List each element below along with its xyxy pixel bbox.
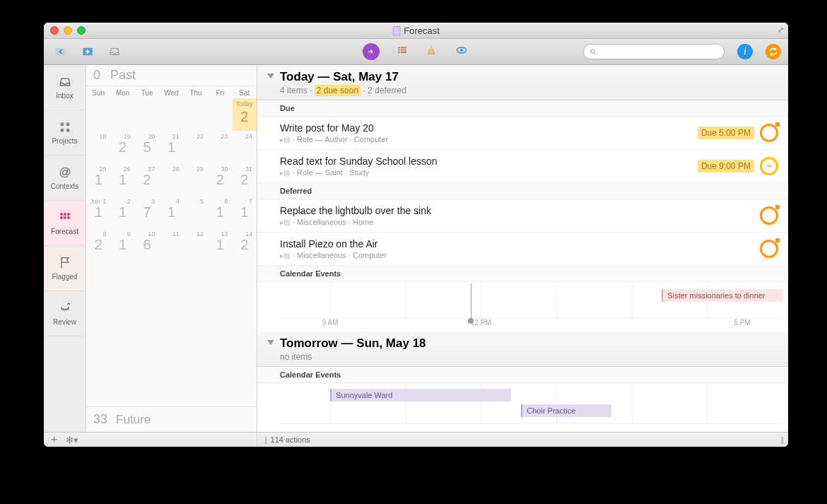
zoom-window-button[interactable]	[77, 26, 86, 35]
calendar-day[interactable]: 5	[184, 196, 208, 228]
disclosure-triangle-icon[interactable]	[267, 340, 274, 345]
action-menu-button[interactable]: ✻▾	[66, 435, 78, 445]
calendar-event[interactable]: Sister missionaries to dinner	[662, 289, 782, 302]
inspector-button[interactable]: i	[737, 44, 753, 59]
calendar-day[interactable]: 29	[184, 163, 208, 196]
completion-circle[interactable]	[760, 240, 778, 258]
calendar-day[interactable]	[135, 98, 159, 131]
search-field[interactable]	[583, 44, 725, 59]
calendar-day[interactable]: 91	[110, 228, 134, 261]
sidebar-item-forecast[interactable]: Forecast	[44, 201, 86, 246]
task-row[interactable]: Install Piezo on the Air▸▤ · Miscellaneo…	[257, 233, 788, 266]
calendar-day[interactable]: 312	[233, 163, 257, 196]
titlebar: Forecast ⤢	[44, 23, 788, 39]
calendar-day[interactable]: Today2	[233, 98, 257, 131]
deferred-subheader: Deferred	[257, 183, 788, 199]
calendar-event[interactable]: Choir Practice	[521, 404, 611, 417]
calendar-day[interactable]: 28	[159, 163, 183, 196]
calendar-day[interactable]: 61	[208, 196, 232, 228]
grip-icon[interactable]: |||	[264, 435, 266, 444]
calendar-day[interactable]: 251	[86, 163, 110, 196]
future-row[interactable]: 33 Future	[86, 406, 257, 432]
calendar-day[interactable]: 106	[135, 228, 159, 261]
task-row[interactable]: Replace the lightbulb over the sink▸▤ · …	[257, 199, 788, 233]
completion-circle[interactable]	[760, 206, 778, 225]
today-header[interactable]: Today — Sat, May 17 4 items · 2 due soon…	[257, 65, 788, 100]
calendar-day[interactable]: 22	[184, 131, 208, 163]
view-options-icon[interactable]	[453, 45, 470, 59]
close-window-button[interactable]	[50, 26, 59, 35]
past-row[interactable]: 0 Past	[86, 65, 257, 86]
main-content: Today — Sat, May 17 4 items · 2 due soon…	[257, 65, 788, 432]
today-timeline: Sister missionaries to dinner	[280, 283, 782, 319]
app-window: Forecast ⤢	[44, 23, 788, 447]
svg-rect-4	[398, 49, 400, 51]
calendar-day[interactable]	[110, 98, 134, 131]
calendar-event[interactable]: Sunnyvale Ward	[330, 389, 511, 402]
calendar-day[interactable]: 18	[86, 131, 110, 163]
quick-entry-icon[interactable]	[363, 43, 380, 60]
completion-circle[interactable]	[760, 124, 778, 142]
expand-icon[interactable]: ⤢	[778, 25, 784, 35]
calendar-day[interactable]	[159, 98, 183, 131]
list-view-icon[interactable]	[395, 45, 409, 59]
grip-icon[interactable]: |||	[780, 435, 788, 444]
sidebar-item-inbox[interactable]: Inbox	[44, 65, 86, 110]
calendar-day[interactable]: 261	[110, 163, 134, 196]
future-count: 33	[93, 412, 107, 427]
window-title-text: Forecast	[404, 25, 440, 36]
svg-point-10	[591, 49, 595, 53]
task-title: Write post for May 20	[280, 122, 698, 134]
calendar-day[interactable]: 71	[233, 196, 257, 228]
calendar-day[interactable]: 41	[159, 196, 183, 228]
sidebar-item-projects[interactable]: Projects	[44, 110, 86, 156]
calendar-day[interactable]: Jun11	[86, 196, 110, 228]
svg-point-9	[460, 49, 463, 52]
calendar-day[interactable]: 142	[233, 228, 257, 261]
svg-point-12	[66, 122, 69, 126]
calendar-day[interactable]: 82	[86, 228, 110, 261]
calendar-day[interactable]: 205	[135, 131, 159, 163]
window-title: Forecast	[392, 25, 440, 36]
toolbar: i	[44, 39, 788, 65]
sidebar-label: Review	[53, 318, 76, 326]
sync-button[interactable]	[766, 44, 781, 59]
calendar-day[interactable]: 302	[208, 163, 232, 196]
minimize-window-button[interactable]	[64, 26, 72, 35]
task-row[interactable]: Read text for Sunday School lesson▸▤ · R…	[257, 150, 788, 183]
calendar-day[interactable]: 37	[135, 196, 159, 228]
calendar-day[interactable]: 272	[135, 163, 159, 196]
cleanup-icon[interactable]	[425, 43, 438, 60]
svg-rect-18	[67, 213, 69, 215]
calendar-day[interactable]: 131	[208, 228, 232, 261]
svg-point-13	[60, 129, 64, 132]
tomorrow-header[interactable]: Tomorrow — Sun, May 18 no items	[257, 332, 788, 367]
calendar-day[interactable]: 12	[184, 228, 208, 261]
sidebar-item-review[interactable]: Review	[44, 291, 86, 336]
disclosure-triangle-icon[interactable]	[267, 74, 274, 78]
calendar-day[interactable]: 21	[110, 196, 134, 228]
back-button[interactable]	[51, 43, 71, 60]
task-row[interactable]: Write post for May 20▸▤ · Role — Author …	[257, 117, 788, 150]
calendar-day[interactable]	[208, 98, 232, 131]
calendar-day[interactable]: 211	[159, 131, 183, 163]
calendar-day[interactable]: 24	[233, 131, 257, 163]
calendar-day[interactable]: 11	[159, 228, 183, 261]
task-meta: ▸▤ · Role — Author · Computer	[280, 135, 698, 143]
calendar-day[interactable]	[184, 98, 208, 131]
inbox-toolbar-icon[interactable]	[105, 43, 124, 60]
add-item-button[interactable]: +	[51, 433, 57, 446]
calendar-day[interactable]: 23	[208, 131, 232, 163]
sidebar-item-flagged[interactable]: Flagged	[44, 246, 86, 291]
completion-circle[interactable]	[760, 157, 778, 175]
svg-rect-19	[60, 216, 62, 218]
calendar-day[interactable]: 192	[110, 131, 134, 163]
add-button[interactable]	[78, 43, 98, 60]
perspective-sidebar: Inbox Projects @ Contexts Forecast Flagg…	[44, 65, 86, 432]
sidebar-item-contexts[interactable]: @ Contexts	[44, 156, 86, 201]
svg-rect-2	[398, 47, 400, 48]
calendar-day[interactable]	[86, 98, 110, 131]
svg-rect-5	[401, 49, 406, 51]
task-meta: ▸▤ · Miscellaneous · Computer	[280, 251, 760, 259]
timeline-labels: 9 AM 12 PM 5 PM	[280, 319, 782, 332]
